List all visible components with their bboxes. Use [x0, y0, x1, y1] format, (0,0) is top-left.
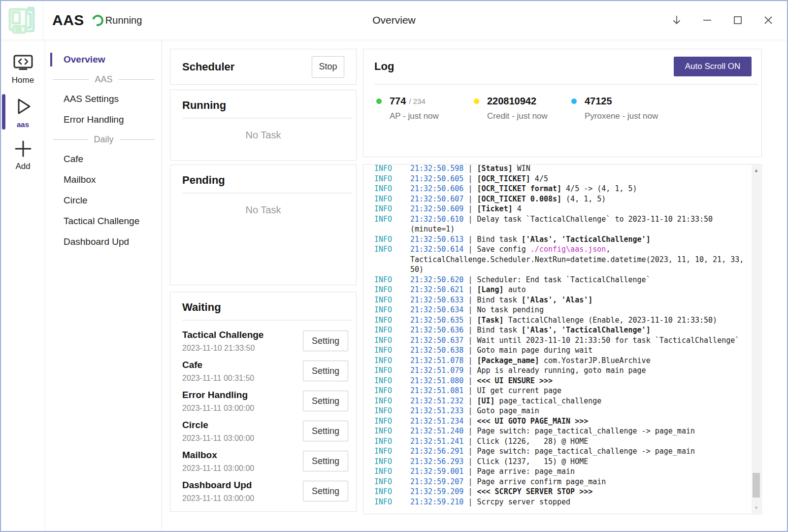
log-separator: |	[463, 437, 477, 446]
scroll-up-icon[interactable]: ▲	[752, 166, 761, 175]
log-timestamp: 21:32:51.081	[410, 386, 463, 395]
scrollbar-thumb[interactable]	[753, 473, 760, 498]
log-separator: |	[463, 326, 477, 334]
scroll-down-icon[interactable]: ▼	[752, 503, 761, 512]
maximize-icon[interactable]	[728, 10, 748, 30]
stat-label: Credit - just now	[474, 111, 571, 121]
log-timestamp: 21:32:51.078	[410, 356, 463, 365]
nav-item-dashboard-upd[interactable]: Dashboard Upd	[46, 232, 162, 252]
nav-item-tactical-challenge[interactable]: Tactical Challenge	[46, 211, 162, 232]
nav-item-overview[interactable]: Overview	[46, 49, 162, 70]
nav-item-mailbox[interactable]: Mailbox	[46, 169, 162, 190]
log-timestamp: 21:32:50.620	[410, 275, 463, 284]
minimize-icon[interactable]	[697, 10, 717, 30]
stat-value-row: 47125	[571, 96, 669, 107]
log-text: App is already running, goto main page	[477, 366, 646, 375]
log-level: INFO	[374, 487, 410, 497]
log-entry: INFO21:32:51.241 | Click (1226, 28) @ HO…	[374, 436, 746, 447]
close-icon[interactable]	[758, 10, 778, 30]
log-separator: |	[463, 305, 477, 314]
log-text: WIN	[513, 164, 530, 173]
log-separator: |	[463, 498, 477, 506]
log-text: ['Alas', 'Alas']	[522, 296, 593, 304]
log-timestamp: 21:32:51.233	[410, 406, 463, 415]
log-entry: INFO21:32:51.081 | UI get current page	[374, 386, 746, 396]
log-timestamp: 21:32:50.634	[410, 305, 463, 314]
log-console[interactable]: INFO21:32:50.598 | [Status] WININFO21:32…	[363, 164, 762, 514]
nav-item-cafe[interactable]: Cafe	[46, 149, 162, 169]
log-text: Page arrive confirm page_main	[477, 477, 606, 486]
rail-item-aas[interactable]: aas	[1, 90, 45, 133]
log-text: Goto main page during wait	[477, 346, 592, 355]
log-text: No task pending	[477, 305, 543, 314]
running-spinner-icon	[90, 12, 105, 28]
log-text: ['Alas', 'TacticalChallenge']	[522, 326, 651, 334]
running-title: Running	[182, 99, 356, 112]
rail-item-label: aas	[17, 120, 29, 129]
icon-rail: HomeaasAdd	[1, 39, 45, 531]
log-entry: INFO21:32:51.078 | [Package_name] com.Yo…	[374, 356, 746, 366]
log-text: auto	[504, 285, 526, 294]
nav-item-label: Error Handling	[64, 114, 124, 125]
nav-item-label: Overview	[64, 54, 105, 65]
log-separator: |	[463, 386, 477, 395]
setting-button[interactable]: Setting	[303, 331, 348, 351]
log-timestamp: 21:32:50.638	[410, 346, 463, 355]
stop-button[interactable]: Stop	[312, 56, 344, 78]
setting-button[interactable]: Setting	[303, 391, 348, 411]
waiting-task-row-mailbox: Mailbox2023-11-11 03:00:00Setting	[182, 447, 348, 477]
log-header: Log Auto Scroll ON	[363, 49, 761, 84]
log-separator: |	[463, 275, 477, 284]
log-timestamp: 21:32:50.605	[410, 174, 463, 183]
setting-button[interactable]: Setting	[303, 451, 348, 471]
log-timestamp: 21:32:50.621	[410, 285, 463, 294]
log-level: INFO	[374, 194, 410, 204]
waiting-card: Waiting Tactical Challenge2023-11-10 21:…	[170, 292, 357, 512]
log-entry: INFO21:32:56.291 | Page switch: page_tac…	[374, 446, 746, 457]
log-text: Wait until 2023-11-10 21:33:50 for task …	[477, 336, 739, 345]
nav-item-error-handling[interactable]: Error Handling	[46, 109, 162, 130]
log-separator: |	[463, 215, 477, 224]
code-monitor-icon	[13, 54, 33, 72]
log-entry: INFO21:32:50.638 | Goto main page during…	[374, 345, 746, 356]
log-timestamp: 21:32:56.293	[410, 457, 463, 466]
log-separator: |	[463, 467, 477, 476]
nav-item-circle[interactable]: Circle	[46, 190, 162, 211]
nav-item-aas-settings[interactable]: AAS Settings	[46, 89, 162, 109]
log-entry: INFO21:32:50.609 | [Ticket] 4	[374, 204, 746, 214]
status-label: Running	[105, 15, 142, 26]
stat-value-row: 220810942	[474, 96, 571, 107]
log-timestamp: 21:32:50.598	[410, 164, 463, 173]
setting-button[interactable]: Setting	[303, 481, 348, 501]
waiting-task-row-dashboard-upd: Dashboard Upd2023-11-11 03:00:00Setting	[182, 477, 348, 507]
log-text: [OCR_TICKET 0.008s]	[477, 195, 561, 203]
log-level: INFO	[374, 244, 410, 255]
nav-item-label: Dashboard Upd	[64, 236, 129, 247]
setting-button[interactable]: Setting	[303, 361, 348, 381]
log-entry: INFO21:32:50.607 | [OCR_TICKET 0.008s] (…	[374, 194, 746, 204]
log-text: ./config\aas.json	[530, 245, 606, 254]
rail-item-home[interactable]: Home	[1, 48, 45, 90]
setting-button[interactable]: Setting	[303, 421, 348, 441]
log-text: UI get current page	[477, 386, 561, 395]
stat-color-dot	[474, 99, 479, 104]
log-separator: |	[463, 447, 477, 456]
download-update-icon[interactable]	[667, 10, 687, 30]
auto-scroll-button[interactable]: Auto Scroll ON	[674, 57, 752, 76]
log-entry: INFO21:32:59.210 | Scrcpy server stopped	[374, 497, 746, 507]
stat-pyroxene: 47125Pyroxene - just now	[571, 96, 669, 121]
log-level: INFO	[374, 275, 410, 285]
log-level: INFO	[374, 477, 410, 487]
log-level: INFO	[374, 184, 410, 194]
rail-item-add[interactable]: Add	[1, 133, 45, 176]
log-entry: INFO21:32:51.234 | <<< UI GOTO PAGE_MAIN…	[374, 416, 746, 427]
log-separator: |	[463, 457, 477, 466]
log-separator: |	[463, 346, 477, 355]
log-text: (4, 1, 5)	[561, 195, 606, 203]
divider-line	[53, 139, 88, 140]
log-scrollbar[interactable]: ▲ ▼	[752, 165, 761, 513]
log-text: Page arrive: page_main	[477, 467, 575, 476]
log-entry: INFO21:32:50.636 | Bind task ['Alas', 'T…	[374, 325, 746, 335]
log-entry: INFO21:32:51.232 | [UI] page_tactical_ch…	[374, 396, 746, 406]
log-entry: INFO21:32:59.001 | Page arrive: page_mai…	[374, 466, 746, 477]
